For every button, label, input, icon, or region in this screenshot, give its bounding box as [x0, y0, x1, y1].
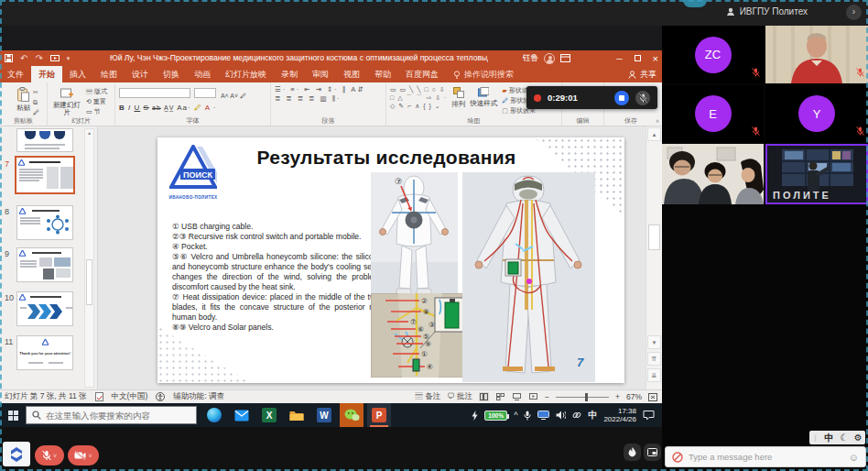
next-slide-button[interactable]: ⇊ — [647, 368, 661, 382]
font-name-box[interactable] — [119, 88, 190, 98]
previous-slide-button[interactable]: ⇈ — [647, 352, 661, 366]
slide-sorter-view-button[interactable] — [495, 392, 505, 401]
tab-help[interactable]: 帮助 — [367, 66, 398, 82]
thumbnail-slide6-partial[interactable] — [16, 128, 73, 152]
action-center-icon[interactable] — [643, 411, 655, 421]
moon-icon[interactable]: ☾ — [840, 433, 848, 443]
tab-design[interactable]: 设计 — [125, 66, 156, 82]
tray-volume-icon[interactable] — [556, 411, 566, 420]
zoom-in-button[interactable]: + — [615, 392, 620, 401]
taskbar-explorer-icon[interactable] — [285, 403, 309, 427]
new-slide-button[interactable]: 新建幻灯片 — [51, 85, 82, 116]
taskbar-mail-icon[interactable] — [230, 403, 254, 427]
redo-icon[interactable]: ↷ — [35, 53, 42, 63]
tray-clock[interactable]: 17:382022/4/26 — [603, 407, 636, 423]
chat-ime-button[interactable]: 中 — [825, 432, 834, 444]
video-tile-students[interactable] — [662, 144, 764, 204]
zoom-slider-thumb[interactable] — [585, 393, 588, 401]
taskbar-wechat-icon[interactable] — [340, 403, 363, 427]
shapes-gallery[interactable]: ▭ ▭ ╲ ╲ □ ○ ⇩□ △ ⌒ ⌒ ⇨ ⇩ ·◇ ✎ ⌐ ∧ { } ⌄ — [390, 85, 447, 115]
thumbnail-slide9[interactable] — [16, 247, 73, 282]
account-area[interactable]: 钰鲁 — [523, 50, 570, 66]
editor-scrollbar[interactable]: ▴ ▾ ⇈ ⇊ — [646, 126, 662, 389]
layout-button[interactable]: ▤ 版式 — [86, 87, 107, 96]
notes-button[interactable]: ▤ 备注 — [415, 391, 440, 402]
thumbnail-slide7-selected[interactable] — [15, 156, 75, 194]
taskbar-powerpoint-icon[interactable]: P — [367, 403, 391, 427]
meeting-app-logo[interactable] — [3, 442, 30, 466]
mic-muted-button[interactable]: ˅ — [35, 445, 64, 466]
ime-indicator[interactable]: 中 — [588, 409, 597, 422]
tab-slideshow[interactable]: 幻灯片放映 — [218, 66, 274, 82]
section-button[interactable]: ▭ 节 — [86, 107, 107, 116]
font-size-box[interactable] — [194, 88, 216, 98]
share-button[interactable]: 共享 — [628, 66, 656, 82]
tell-me-search[interactable]: 操作说明搜索 — [446, 66, 521, 82]
comments-button[interactable]: 🗩 批注 — [447, 391, 472, 402]
taskbar-edge-icon[interactable] — [202, 403, 226, 427]
pip-mode-button[interactable] — [644, 444, 661, 461]
taskbar-excel-icon[interactable]: X — [257, 403, 281, 427]
video-tile-classroom-active[interactable]: ПОЛИТЕ — [765, 144, 868, 204]
editor-scrollbar-thumb[interactable] — [648, 225, 660, 250]
font-style-buttons[interactable]: B I U S ab A̲V̲ Aa· 🖉 A · — [119, 104, 266, 112]
list-indent-buttons[interactable]: ☰· ≡· ⇤ ⇥ ⇕· ∥ A⇵ — [275, 85, 382, 94]
zoom-level[interactable]: 67% — [626, 392, 642, 401]
tab-review[interactable]: 审阅 — [305, 66, 336, 82]
reset-button[interactable]: ⟲ 重置 — [86, 97, 107, 106]
zoom-out-button[interactable]: − — [545, 392, 549, 401]
video-tile-instructor[interactable] — [765, 26, 868, 83]
reading-view-button[interactable] — [512, 392, 522, 401]
emoji-button[interactable]: ☺ — [849, 452, 859, 463]
accessibility-status[interactable]: 辅助功能: 调查 — [173, 391, 224, 402]
thumbnail-slide11[interactable]: Thank you for your attention! — [16, 335, 73, 370]
tab-animations[interactable]: 动画 — [187, 66, 218, 82]
save-icon[interactable] — [5, 54, 13, 62]
scroll-down-button[interactable]: ▾ — [647, 335, 661, 349]
language-indicator[interactable]: 中文(中国) — [112, 391, 148, 402]
mic-options-chevron[interactable]: ˅ — [53, 453, 57, 459]
tab-view[interactable]: 视图 — [336, 66, 367, 82]
ribbon-display-options-icon[interactable] — [560, 54, 570, 62]
tab-record[interactable]: 录制 — [274, 66, 305, 82]
tab-insert[interactable]: 插入 — [62, 66, 93, 82]
align-buttons[interactable]: ≣ ≣ ≣ ≣ ▥ ⫼· — [275, 94, 382, 104]
reactions-button[interactable] — [624, 444, 641, 461]
tray-display-icon[interactable] — [537, 411, 549, 420]
mic-muted-button[interactable] — [635, 91, 650, 105]
quick-styles-button[interactable]: 快速样式 — [470, 85, 497, 115]
collapse-panel-button[interactable]: › — [846, 5, 862, 20]
tab-draw[interactable]: 绘图 — [93, 66, 125, 82]
taskbar-search[interactable] — [26, 406, 197, 424]
video-tile-e[interactable]: E — [662, 85, 764, 142]
video-tile-zc[interactable]: ZC — [662, 26, 764, 83]
battery-indicator[interactable]: 100% — [484, 411, 507, 421]
qat-more-icon[interactable]: ▾ — [67, 55, 71, 62]
slideshow-view-button[interactable] — [528, 392, 538, 401]
tray-connection-icon[interactable] — [572, 411, 581, 420]
close-button[interactable]: × — [653, 53, 658, 64]
normal-view-button[interactable] — [479, 392, 489, 401]
gear-icon[interactable]: ⚙ — [854, 433, 863, 443]
thumbnail-slide8[interactable] — [16, 205, 73, 240]
camera-off-button[interactable]: ˅ — [68, 445, 99, 466]
tray-overflow-chevron[interactable]: ^ — [514, 411, 517, 420]
start-button[interactable] — [0, 403, 26, 427]
slide-canvas[interactable]: ПОИСК ИВАНОВО-ПОЛИТЕХ Результаты исследо… — [157, 137, 624, 383]
tab-baidu-netdisk[interactable]: 百度网盘 — [398, 66, 446, 82]
zoom-slider[interactable] — [556, 397, 609, 398]
chat-message-input[interactable] — [689, 452, 843, 462]
cut-copy-format-buttons[interactable]: ✂⧉🖉 — [33, 87, 39, 117]
spellcheck-icon[interactable] — [95, 392, 103, 401]
taskbar-word-icon[interactable]: W — [312, 403, 336, 427]
thumbnail-slide10[interactable] — [16, 291, 73, 326]
tab-home[interactable]: 开始 — [31, 66, 62, 82]
tab-file[interactable]: 文件 — [0, 66, 31, 82]
scroll-up-button[interactable]: ▴ — [647, 127, 661, 141]
tab-transitions[interactable]: 切换 — [156, 66, 187, 82]
tray-mic-icon[interactable] — [524, 411, 531, 421]
start-slideshow-icon[interactable] — [50, 55, 60, 62]
undo-icon[interactable]: ↶ — [20, 53, 27, 63]
restore-button[interactable] — [635, 55, 641, 61]
minimize-button[interactable]: ─ — [616, 54, 622, 63]
